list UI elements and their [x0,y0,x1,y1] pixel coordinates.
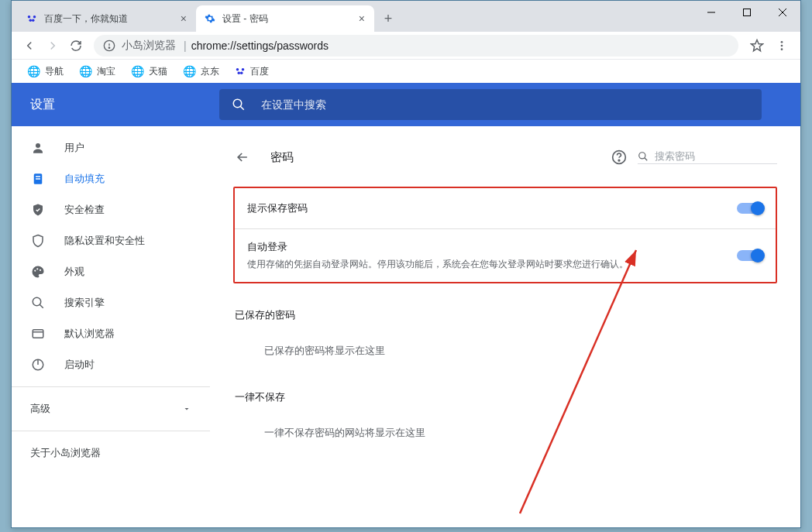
tab-settings[interactable]: 设置 - 密码 × [196,5,374,32]
toggle-offer-save[interactable] [737,203,763,214]
power-icon [30,358,46,372]
svg-point-12 [781,44,783,46]
page-title: 密码 [270,150,294,165]
saved-empty: 已保存的密码将显示在这里 [233,328,777,366]
section-title: 一律不保存 [233,390,777,410]
settings-title: 设置 [12,97,219,113]
svg-point-2 [29,19,33,22]
globe-icon: 🌐 [79,65,92,77]
divider [12,386,210,387]
tabstrip: 百度一下，你就知道 × 设置 - 密码 × + [12,1,399,32]
chevron-down-icon [182,404,191,414]
globe-icon: 🌐 [27,65,40,77]
svg-point-18 [233,99,242,108]
assignment-icon [30,172,46,186]
svg-point-25 [36,268,38,269]
sidebar-item-user[interactable]: 用户 [12,132,210,163]
back-button[interactable] [233,148,252,166]
person-icon [30,141,46,155]
close-icon[interactable]: × [357,11,366,26]
shield-icon [30,234,46,248]
url-text: chrome://settings/passwords [191,39,329,52]
browser-window: 百度一下，你就知道 × 设置 - 密码 × + [11,0,801,528]
help-button[interactable] [607,145,631,170]
baidu-icon [26,12,38,25]
sidebar-item-privacy[interactable]: 隐私设置和安全性 [12,225,210,256]
baidu-icon [235,66,246,77]
settings-content: 密码 提示保存密码 [210,126,800,527]
minimize-button[interactable] [693,1,729,24]
bookmark-jd[interactable]: 🌐京东 [177,62,225,81]
row-title: 自动登录 [247,240,737,254]
toggle-auto-signin[interactable] [737,250,763,261]
globe-icon: 🌐 [131,65,144,77]
reload-button[interactable] [64,34,88,57]
svg-rect-29 [33,330,43,338]
settings-header: 设置 [12,83,800,126]
svg-line-36 [645,157,648,160]
bookmark-baidu[interactable]: 百度 [229,62,275,81]
row-title: 提示保存密码 [247,201,737,215]
titlebar: 百度一下，你就知道 × 设置 - 密码 × + [12,1,800,32]
annotation-arrow [504,242,659,521]
site-label: 小岛浏览器 [122,39,176,53]
bookmark-taobao[interactable]: 🌐淘宝 [73,62,122,81]
settings-body: 用户 自动填充 安全检查 隐私设置和安全性 外观 搜索引擎 默认浏览器 启动时 … [12,126,800,527]
row-offer-save: 提示保存密码 [235,188,776,228]
window-controls [693,1,800,24]
address-bar: 小岛浏览器 | chrome://settings/passwords [12,32,800,60]
bookmark-nav[interactable]: 🌐导航 [21,62,70,81]
sidebar-item-about[interactable]: 关于小岛浏览器 [12,438,210,469]
svg-point-11 [781,41,783,43]
svg-point-27 [33,297,41,306]
bookmark-tmall[interactable]: 🌐天猫 [125,62,174,81]
svg-point-34 [618,160,620,161]
sidebar-item-search[interactable]: 搜索引擎 [12,287,210,318]
sidebar-item-advanced[interactable]: 高级 [12,393,210,424]
forward-button[interactable] [41,34,64,57]
password-search[interactable] [638,150,777,164]
separator: | [184,39,187,52]
svg-line-37 [520,250,636,513]
sidebar-item-default-browser[interactable]: 默认浏览器 [12,318,210,349]
sidebar-item-startup[interactable]: 启动时 [12,349,210,380]
svg-point-20 [36,143,40,148]
svg-point-26 [40,269,41,271]
svg-rect-22 [36,176,40,177]
highlight-box: 提示保存密码 自动登录 使用存储的凭据自动登录网站。停用该功能后，系统会在您每次… [233,187,777,283]
close-button[interactable] [765,1,800,24]
sidebar-item-autofill[interactable]: 自动填充 [12,163,210,194]
maximize-button[interactable] [729,1,765,24]
sidebar-item-safety-check[interactable]: 安全检查 [12,194,210,225]
svg-point-13 [781,48,783,50]
new-tab-button[interactable]: + [377,8,399,29]
svg-rect-23 [36,178,40,180]
svg-line-28 [40,304,43,308]
menu-button[interactable] [769,39,794,52]
back-button[interactable] [18,34,41,57]
close-icon[interactable]: × [179,11,188,26]
shield-check-icon [30,203,46,217]
bookmark-star-button[interactable] [745,39,769,53]
omnibox[interactable]: 小岛浏览器 | chrome://settings/passwords [94,35,738,57]
svg-point-15 [242,68,245,71]
site-info-icon[interactable] [103,39,115,52]
globe-icon: 🌐 [183,65,196,77]
settings-search[interactable] [219,89,762,120]
password-search-input[interactable] [655,150,777,162]
svg-point-24 [34,269,36,271]
browser-icon [30,327,46,341]
gear-icon [204,12,216,25]
svg-rect-5 [744,9,751,16]
saved-passwords-section: 已保存的密码 已保存的密码将显示在这里 [233,308,777,366]
settings-search-input[interactable] [261,98,749,111]
section-title: 已保存的密码 [233,308,777,328]
bookmarks-bar: 🌐导航 🌐淘宝 🌐天猫 🌐京东 百度 [12,60,800,83]
svg-point-16 [238,72,241,75]
svg-point-1 [33,15,36,19]
row-desc: 使用存储的凭据自动登录网站。停用该功能后，系统会在您每次登录网站时要求您进行确认… [247,257,737,271]
page-header: 密码 [233,142,777,173]
svg-point-17 [240,72,243,75]
sidebar-item-appearance[interactable]: 外观 [12,256,210,287]
tab-baidu[interactable]: 百度一下，你就知道 × [18,5,196,32]
